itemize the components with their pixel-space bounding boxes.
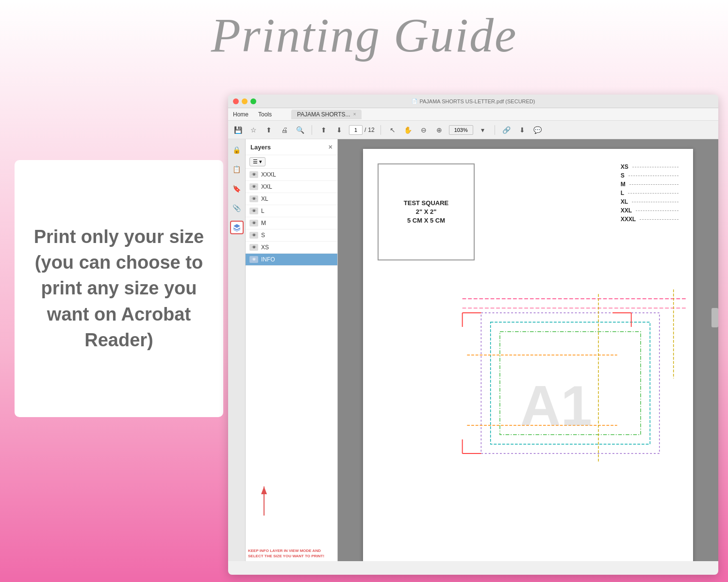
- size-s-text: S: [621, 172, 625, 179]
- layer-item-xxxl[interactable]: 👁 XXXL: [246, 169, 337, 181]
- menu-bar: Home Tools PAJAMA SHORTS... ×: [228, 108, 718, 121]
- next-page-icon[interactable]: ⬇: [333, 124, 345, 136]
- toolbar-separator-1: [312, 125, 312, 135]
- upload-icon[interactable]: ⬆: [263, 124, 275, 136]
- sidebar-lock-icon[interactable]: 🔒: [230, 143, 244, 157]
- share-icon[interactable]: 🔗: [501, 124, 513, 136]
- layer-eye-l[interactable]: 👁: [249, 208, 258, 214]
- page-title: Printing Guide: [0, 7, 728, 63]
- size-m-text: M: [621, 181, 626, 188]
- title-bar: 📄 PAJAMA SHORTS US-LETTER.pdf (SECURED): [228, 95, 718, 108]
- bookmark-icon[interactable]: ☆: [248, 124, 259, 136]
- size-l-text: L: [621, 190, 624, 196]
- save-icon[interactable]: 💾: [232, 124, 244, 136]
- layer-item-xs[interactable]: 👁 XS: [246, 242, 337, 254]
- page-number-input[interactable]: [349, 125, 363, 135]
- acrobat-window: 📄 PAJAMA SHORTS US-LETTER.pdf (SECURED) …: [228, 95, 718, 575]
- size-s-dash: [629, 176, 678, 176]
- layer-name-xl: XL: [261, 195, 268, 202]
- sidebar-bookmarks-icon[interactable]: 🔖: [230, 182, 244, 195]
- zoom-dropdown-icon[interactable]: ▾: [477, 124, 489, 136]
- layer-name-xxxl: XXXL: [261, 171, 276, 178]
- layers-svg-icon: [232, 223, 241, 232]
- test-square-text: TEST SQUARE 2" X 2" 5 CM X 5 CM: [404, 199, 448, 226]
- pattern-area: A1: [363, 285, 693, 561]
- print-icon[interactable]: 🖨: [279, 124, 290, 136]
- layer-eye-xl[interactable]: 👁: [249, 195, 258, 202]
- test-square-line3: 5 CM X 5 CM: [404, 216, 448, 225]
- size-labels: XS S M L XL: [621, 163, 678, 223]
- test-square-line2: 2" X 2": [404, 208, 448, 216]
- layer-eye-xxl[interactable]: 👁: [249, 183, 258, 190]
- pdf-page: TEST SQUARE 2" X 2" 5 CM X 5 CM XS S: [363, 149, 693, 561]
- test-square-box: TEST SQUARE 2" X 2" 5 CM X 5 CM: [378, 163, 475, 260]
- layer-item-xxl[interactable]: 👁 XXL: [246, 181, 337, 193]
- arrow-annotation-container: KEEP INFO LAYER IN VIEW MODE AND SELECT …: [246, 477, 337, 561]
- layer-name-s: S: [261, 232, 265, 239]
- size-label-xxxl: XXXL: [621, 216, 678, 223]
- minimize-button[interactable]: [242, 98, 248, 104]
- layer-name-xxl: XXL: [261, 183, 272, 190]
- layer-item-l[interactable]: 👁 L: [246, 205, 337, 217]
- size-xs-dash: [632, 167, 678, 167]
- left-panel-text: Print only your size (you can choose to …: [29, 224, 209, 353]
- layers-list: 👁 XXXL 👁 XXL 👁 XL 👁 L: [246, 169, 337, 477]
- sidebar-icons: 🔒 📋 🔖 📎: [228, 139, 246, 561]
- layer-eye-xxxl[interactable]: 👁: [249, 171, 258, 178]
- layer-item-s[interactable]: 👁 S: [246, 229, 337, 242]
- tab-label: PAJAMA SHORTS...: [297, 111, 350, 118]
- zoom-in-icon[interactable]: ⊕: [433, 124, 445, 136]
- hand-icon[interactable]: ✋: [402, 124, 414, 136]
- tab-pajama-shorts[interactable]: PAJAMA SHORTS... ×: [291, 110, 362, 119]
- layers-close-button[interactable]: ×: [329, 143, 332, 151]
- page-total: 12: [368, 127, 374, 133]
- page-separator: /: [364, 127, 366, 133]
- size-label-s: S: [621, 172, 678, 179]
- layer-eye-m[interactable]: 👁: [249, 220, 258, 226]
- export-icon[interactable]: ⬇: [516, 124, 528, 136]
- menu-home[interactable]: Home: [233, 111, 248, 118]
- layer-eye-s[interactable]: 👁: [249, 232, 258, 239]
- pattern-svg: A1: [363, 285, 693, 561]
- zoom-level[interactable]: 103%: [449, 125, 473, 135]
- tab-close-button[interactable]: ×: [353, 112, 356, 117]
- zoom-out-icon[interactable]: ⊖: [418, 124, 430, 136]
- layer-name-l: L: [261, 208, 265, 214]
- pdf-content-area: TEST SQUARE 2" X 2" 5 CM X 5 CM XS S: [338, 139, 718, 561]
- size-label-l: L: [621, 190, 678, 196]
- maximize-button[interactable]: [250, 98, 256, 104]
- left-panel: Print only your size (you can choose to …: [15, 160, 223, 417]
- sidebar-pages-icon[interactable]: 📋: [230, 162, 244, 176]
- layer-name-xs: XS: [261, 244, 269, 251]
- layers-panel: Layers × ☰ ▾ 👁 XXXL 👁 XXL: [246, 139, 338, 561]
- toolbar-separator-3: [495, 125, 495, 135]
- layer-item-info[interactable]: 👁 INFO: [246, 254, 337, 266]
- size-xl-dash: [632, 202, 678, 202]
- layer-item-m[interactable]: 👁 M: [246, 217, 337, 229]
- toolbar: 💾 ☆ ⬆ 🖨 🔍 ⬆ ⬇ / 12 ↖ ✋ ⊖ ⊕ 103% ▾ 🔗 ⬇ 💬: [228, 121, 718, 139]
- page-navigation: / 12: [349, 125, 375, 135]
- search-icon[interactable]: 🔍: [294, 124, 306, 136]
- sidebar-attach-icon[interactable]: 📎: [230, 201, 244, 215]
- svg-text:A1: A1: [520, 374, 592, 437]
- size-m-dash: [629, 184, 678, 185]
- close-button[interactable]: [233, 98, 239, 104]
- toolbar-separator-2: [381, 125, 381, 135]
- cursor-icon[interactable]: ↖: [387, 124, 398, 136]
- layer-eye-xs[interactable]: 👁: [249, 244, 258, 251]
- size-xxl-dash: [636, 210, 678, 211]
- scroll-handle[interactable]: [711, 308, 718, 327]
- layer-item-xl[interactable]: 👁 XL: [246, 193, 337, 205]
- size-label-xl: XL: [621, 198, 678, 205]
- window-title-text: PAJAMA SHORTS US-LETTER.pdf (SECURED): [420, 98, 535, 104]
- info-arrow-svg: [249, 482, 279, 520]
- layers-options-button[interactable]: ☰ ▾: [249, 157, 265, 166]
- comment-icon[interactable]: 💬: [532, 124, 544, 136]
- size-label-m: M: [621, 181, 678, 188]
- test-square-line1: TEST SQUARE: [404, 199, 448, 208]
- menu-tools[interactable]: Tools: [258, 111, 272, 118]
- sidebar-layers-icon[interactable]: [230, 221, 244, 234]
- layers-header: Layers ×: [246, 139, 337, 155]
- prev-page-icon[interactable]: ⬆: [318, 124, 330, 136]
- layer-eye-info[interactable]: 👁: [249, 256, 258, 263]
